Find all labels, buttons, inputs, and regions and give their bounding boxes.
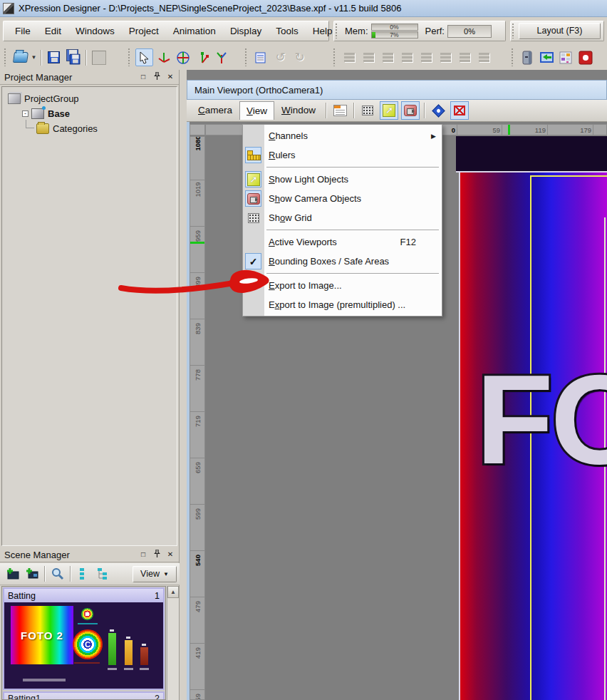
menu-tools[interactable]: Tools xyxy=(269,23,306,39)
save-button[interactable] xyxy=(45,48,63,66)
tree-item-projectgroup[interactable]: ProjectGroup xyxy=(2,91,177,106)
menu-item-channels[interactable]: Channels▶ xyxy=(243,126,442,145)
menu-item-rulers[interactable]: Rulers xyxy=(243,145,442,165)
viewport-menu-view[interactable]: View xyxy=(239,101,274,120)
menu-item-show-light-objects[interactable]: Show Light Objects xyxy=(243,170,442,189)
palette-grid-button[interactable] xyxy=(557,48,575,66)
title-bar: XPression Designer - D:\Projects_NEP\Sin… xyxy=(0,0,607,17)
menu-windows[interactable]: Windows xyxy=(68,23,122,39)
scene-view-dropdown-button[interactable]: View ▼ xyxy=(133,566,177,582)
rotate-sphere-icon xyxy=(176,51,190,65)
rotate-tool-button[interactable] xyxy=(174,48,192,66)
toolbar-grip[interactable] xyxy=(512,48,515,66)
compass-button[interactable] xyxy=(429,101,447,120)
distribute-h-button[interactable] xyxy=(456,48,474,66)
world-axis-tool-button[interactable] xyxy=(212,48,230,66)
add-scene-button[interactable] xyxy=(4,565,21,583)
thumbnail-bar-red xyxy=(140,647,148,665)
close-icon[interactable]: ✕ xyxy=(165,72,176,82)
open-dropdown-caret-icon[interactable]: ▼ xyxy=(30,54,38,61)
toolbar-grip[interactable] xyxy=(512,24,516,38)
menu-item-show-grid[interactable]: Show Grid xyxy=(243,208,442,227)
toolbar-grip[interactable] xyxy=(245,48,249,66)
ruler-tick xyxy=(190,226,205,227)
align-bottom-button[interactable] xyxy=(437,48,455,66)
align-right-button[interactable] xyxy=(379,48,397,66)
menu-item-export-to-image-premultiplied[interactable]: Export to Image (premultiplied) ... xyxy=(243,295,442,314)
select-tool-button[interactable] xyxy=(135,48,153,66)
ruler-cursor-mark xyxy=(508,125,510,135)
camera-icon xyxy=(245,190,261,207)
scene-item-header[interactable]: Batting 1 xyxy=(4,589,163,602)
save-all-button[interactable] xyxy=(64,48,82,66)
menu-display[interactable]: Display xyxy=(223,23,269,39)
list-view-button[interactable] xyxy=(74,565,92,583)
output-monitor-button[interactable] xyxy=(538,48,556,66)
world-axes-icon xyxy=(214,51,229,65)
bounding-box-button[interactable] xyxy=(450,101,469,120)
toolbar-grip[interactable] xyxy=(333,48,337,66)
panel-splitter[interactable] xyxy=(180,70,187,700)
tree-expander[interactable]: - xyxy=(22,110,28,117)
align-left-button[interactable] xyxy=(341,48,358,66)
viewport-menu-camera[interactable]: Camera xyxy=(191,101,239,120)
undo-button[interactable]: ↺ xyxy=(271,48,289,66)
menu-animation[interactable]: Animation xyxy=(166,23,223,39)
show-lights-button[interactable] xyxy=(380,101,398,120)
scene-item-batting1[interactable]: Batting1 2 xyxy=(3,691,165,700)
menu-file[interactable]: File xyxy=(8,23,38,39)
menu-item-show-camera-objects[interactable]: Show Camera Objects xyxy=(243,189,442,208)
project-manager-panel: Project Manager □ ✕ ProjectGroup-BaseCat… xyxy=(0,70,180,547)
record-button[interactable] xyxy=(576,48,594,66)
vault-button[interactable] xyxy=(519,48,536,66)
distribute-horizontal-icon xyxy=(460,53,470,62)
viewport-menu-window[interactable]: Window xyxy=(274,101,323,120)
scene-render[interactable]: FO xyxy=(456,136,607,700)
align-top-button[interactable] xyxy=(398,48,416,66)
menu-icon-gutter xyxy=(243,276,264,295)
pin-icon[interactable] xyxy=(151,550,162,560)
menu-item-bounding-boxes-safe-areas[interactable]: ✓Bounding Boxes / Safe Areas xyxy=(243,252,442,271)
v-ruler-label: 899 xyxy=(194,277,202,288)
grid-icon xyxy=(362,105,373,115)
close-icon[interactable]: ✕ xyxy=(165,550,176,560)
show-cameras-button[interactable] xyxy=(401,101,420,120)
menu-item-label: Show Grid xyxy=(269,212,312,223)
tree-item-base[interactable]: -Base xyxy=(2,106,177,121)
scene-list-scrollbar[interactable]: ▲ xyxy=(167,586,179,700)
project-manager-header: Project Manager □ ✕ xyxy=(0,70,179,85)
open-project-button[interactable] xyxy=(11,48,29,66)
align-center-button[interactable] xyxy=(360,48,378,66)
search-scene-button[interactable] xyxy=(48,565,66,583)
scene-thumbnail[interactable]: FOTO 2 B C xyxy=(4,602,163,689)
ruler-tick xyxy=(190,365,205,366)
scene-item-batting[interactable]: Batting 1 FOTO 2 B C xyxy=(3,587,165,690)
maximize-icon[interactable]: □ xyxy=(138,72,149,82)
scroll-up-icon[interactable]: ▲ xyxy=(167,586,179,598)
maximize-icon[interactable]: □ xyxy=(138,550,149,560)
toolbar-grip[interactable] xyxy=(4,48,8,66)
toolbar-grip[interactable] xyxy=(336,24,339,38)
translate-tool-button[interactable] xyxy=(155,48,172,66)
menu-item-active-viewports[interactable]: Active ViewportsF12 xyxy=(243,232,442,252)
align-middle-icon xyxy=(421,53,432,62)
layout-button[interactable]: Layout (F3) xyxy=(519,23,601,39)
show-grid-button[interactable] xyxy=(358,101,377,120)
tree-view-button[interactable] xyxy=(93,565,111,583)
menu-edit[interactable]: Edit xyxy=(38,23,68,39)
add-scene-group-button[interactable] xyxy=(23,565,41,583)
redo-button[interactable]: ↻ xyxy=(291,48,308,66)
scene-name: Batting1 xyxy=(8,694,41,700)
toolbar-edit-group: ↺ ↻ xyxy=(244,46,309,68)
menu-project[interactable]: Project xyxy=(122,23,166,39)
blank-tool-button[interactable] xyxy=(90,48,108,66)
scale-tool-button[interactable] xyxy=(193,48,211,66)
h-ruler-label: 179 xyxy=(580,126,591,134)
menu-item-export-to-image[interactable]: Export to Image... xyxy=(243,276,442,295)
distribute-v-button[interactable] xyxy=(475,48,493,66)
align-middle-button[interactable] xyxy=(417,48,435,66)
channels-panel-button[interactable] xyxy=(331,101,349,120)
toolbar-grip[interactable] xyxy=(128,48,132,66)
pin-icon[interactable] xyxy=(151,72,162,82)
scene-properties-button[interactable] xyxy=(252,48,270,66)
